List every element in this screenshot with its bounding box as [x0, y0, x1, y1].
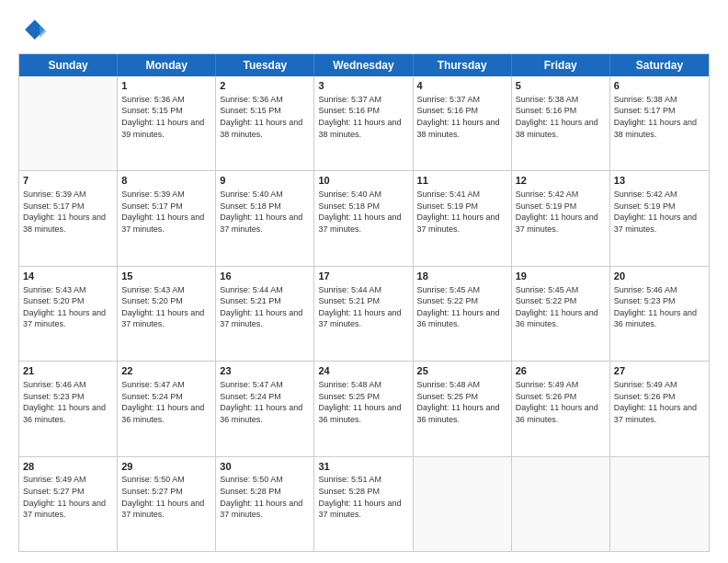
header-day-wednesday: Wednesday — [314, 54, 413, 76]
day-info: Sunrise: 5:46 AMSunset: 5:23 PMDaylight:… — [23, 379, 113, 425]
day-cell-27: 27Sunrise: 5:49 AMSunset: 5:26 PMDayligh… — [610, 362, 709, 455]
day-info: Sunrise: 5:49 AMSunset: 5:27 PMDaylight:… — [23, 474, 113, 520]
day-number: 11 — [417, 174, 507, 188]
day-cell-12: 12Sunrise: 5:42 AMSunset: 5:19 PMDayligh… — [512, 171, 610, 265]
calendar-row-2: 14Sunrise: 5:43 AMSunset: 5:20 PMDayligh… — [19, 267, 709, 362]
day-cell-1: 1Sunrise: 5:36 AMSunset: 5:15 PMDaylight… — [118, 76, 216, 170]
day-number: 24 — [318, 364, 408, 378]
day-info: Sunrise: 5:39 AMSunset: 5:17 PMDaylight:… — [121, 189, 211, 235]
day-cell-22: 22Sunrise: 5:47 AMSunset: 5:24 PMDayligh… — [118, 362, 216, 455]
logo — [18, 17, 51, 46]
day-number: 20 — [614, 270, 705, 283]
day-info: Sunrise: 5:42 AMSunset: 5:19 PMDaylight:… — [614, 189, 705, 235]
header-day-tuesday: Tuesday — [216, 54, 314, 76]
day-cell-7: 7Sunrise: 5:39 AMSunset: 5:17 PMDaylight… — [19, 171, 118, 265]
day-cell-15: 15Sunrise: 5:43 AMSunset: 5:20 PMDayligh… — [118, 267, 216, 361]
day-number: 12 — [516, 174, 606, 188]
day-number: 9 — [220, 174, 310, 188]
calendar-body: 1Sunrise: 5:36 AMSunset: 5:15 PMDaylight… — [19, 76, 709, 551]
day-cell-29: 29Sunrise: 5:50 AMSunset: 5:27 PMDayligh… — [118, 457, 216, 551]
day-number: 25 — [417, 364, 507, 378]
day-number: 18 — [417, 270, 507, 283]
day-info: Sunrise: 5:36 AMSunset: 5:15 PMDaylight:… — [121, 94, 211, 140]
day-number: 7 — [23, 174, 113, 188]
day-number: 28 — [23, 460, 113, 474]
empty-cell — [414, 457, 512, 551]
day-info: Sunrise: 5:42 AMSunset: 5:19 PMDaylight:… — [516, 189, 606, 235]
day-number: 19 — [516, 270, 606, 283]
day-number: 31 — [318, 460, 408, 474]
day-info: Sunrise: 5:40 AMSunset: 5:18 PMDaylight:… — [220, 189, 310, 235]
day-info: Sunrise: 5:40 AMSunset: 5:18 PMDaylight:… — [318, 189, 408, 235]
day-number: 14 — [23, 270, 113, 283]
day-number: 3 — [318, 79, 408, 93]
day-info: Sunrise: 5:38 AMSunset: 5:17 PMDaylight:… — [614, 94, 705, 140]
day-cell-26: 26Sunrise: 5:49 AMSunset: 5:26 PMDayligh… — [512, 362, 610, 455]
day-number: 17 — [318, 270, 408, 283]
day-number: 30 — [220, 460, 310, 474]
day-info: Sunrise: 5:50 AMSunset: 5:27 PMDaylight:… — [121, 474, 211, 520]
day-info: Sunrise: 5:37 AMSunset: 5:16 PMDaylight:… — [318, 94, 408, 140]
day-cell-24: 24Sunrise: 5:48 AMSunset: 5:25 PMDayligh… — [314, 362, 413, 455]
day-cell-9: 9Sunrise: 5:40 AMSunset: 5:18 PMDaylight… — [216, 171, 314, 265]
header-day-thursday: Thursday — [414, 54, 512, 76]
day-cell-20: 20Sunrise: 5:46 AMSunset: 5:23 PMDayligh… — [610, 267, 709, 361]
day-info: Sunrise: 5:41 AMSunset: 5:19 PMDaylight:… — [417, 189, 507, 235]
day-number: 13 — [614, 174, 705, 188]
calendar-row-1: 7Sunrise: 5:39 AMSunset: 5:17 PMDaylight… — [19, 171, 709, 266]
day-number: 6 — [614, 79, 705, 93]
day-info: Sunrise: 5:39 AMSunset: 5:17 PMDaylight:… — [23, 189, 113, 235]
day-number: 23 — [220, 364, 310, 378]
day-number: 10 — [318, 174, 408, 188]
day-cell-23: 23Sunrise: 5:47 AMSunset: 5:24 PMDayligh… — [216, 362, 314, 455]
day-info: Sunrise: 5:36 AMSunset: 5:15 PMDaylight:… — [220, 94, 310, 140]
day-info: Sunrise: 5:49 AMSunset: 5:26 PMDaylight:… — [516, 379, 606, 425]
day-cell-18: 18Sunrise: 5:45 AMSunset: 5:22 PMDayligh… — [414, 267, 512, 361]
day-cell-31: 31Sunrise: 5:51 AMSunset: 5:28 PMDayligh… — [314, 457, 413, 551]
calendar-row-0: 1Sunrise: 5:36 AMSunset: 5:15 PMDaylight… — [19, 76, 709, 171]
calendar: SundayMondayTuesdayWednesdayThursdayFrid… — [18, 53, 710, 552]
day-cell-3: 3Sunrise: 5:37 AMSunset: 5:16 PMDaylight… — [314, 76, 413, 170]
header-day-saturday: Saturday — [610, 54, 709, 76]
header-day-monday: Monday — [118, 54, 216, 76]
calendar-row-4: 28Sunrise: 5:49 AMSunset: 5:27 PMDayligh… — [19, 457, 709, 551]
day-info: Sunrise: 5:49 AMSunset: 5:26 PMDaylight:… — [614, 379, 705, 425]
day-number: 27 — [614, 364, 705, 378]
day-number: 26 — [516, 364, 606, 378]
day-cell-16: 16Sunrise: 5:44 AMSunset: 5:21 PMDayligh… — [216, 267, 314, 361]
day-cell-21: 21Sunrise: 5:46 AMSunset: 5:23 PMDayligh… — [19, 362, 118, 455]
day-cell-5: 5Sunrise: 5:38 AMSunset: 5:16 PMDaylight… — [512, 76, 610, 170]
day-info: Sunrise: 5:50 AMSunset: 5:28 PMDaylight:… — [220, 474, 310, 520]
header-day-friday: Friday — [512, 54, 610, 76]
day-number: 22 — [121, 364, 211, 378]
day-info: Sunrise: 5:46 AMSunset: 5:23 PMDaylight:… — [614, 284, 705, 330]
empty-cell — [19, 76, 118, 170]
day-info: Sunrise: 5:45 AMSunset: 5:22 PMDaylight:… — [417, 284, 507, 330]
day-info: Sunrise: 5:43 AMSunset: 5:20 PMDaylight:… — [121, 284, 211, 330]
day-cell-25: 25Sunrise: 5:48 AMSunset: 5:25 PMDayligh… — [414, 362, 512, 455]
day-info: Sunrise: 5:43 AMSunset: 5:20 PMDaylight:… — [23, 284, 113, 330]
day-info: Sunrise: 5:37 AMSunset: 5:16 PMDaylight:… — [417, 94, 507, 140]
day-cell-10: 10Sunrise: 5:40 AMSunset: 5:18 PMDayligh… — [314, 171, 413, 265]
day-info: Sunrise: 5:47 AMSunset: 5:24 PMDaylight:… — [121, 379, 211, 425]
day-info: Sunrise: 5:48 AMSunset: 5:25 PMDaylight:… — [417, 379, 507, 425]
day-info: Sunrise: 5:44 AMSunset: 5:21 PMDaylight:… — [318, 284, 408, 330]
day-number: 2 — [220, 79, 310, 93]
day-number: 5 — [516, 79, 606, 93]
day-number: 1 — [121, 79, 211, 93]
day-cell-30: 30Sunrise: 5:50 AMSunset: 5:28 PMDayligh… — [216, 457, 314, 551]
calendar-row-3: 21Sunrise: 5:46 AMSunset: 5:23 PMDayligh… — [19, 362, 709, 456]
day-number: 16 — [220, 270, 310, 283]
day-cell-11: 11Sunrise: 5:41 AMSunset: 5:19 PMDayligh… — [414, 171, 512, 265]
day-cell-19: 19Sunrise: 5:45 AMSunset: 5:22 PMDayligh… — [512, 267, 610, 361]
day-info: Sunrise: 5:47 AMSunset: 5:24 PMDaylight:… — [220, 379, 310, 425]
day-cell-13: 13Sunrise: 5:42 AMSunset: 5:19 PMDayligh… — [610, 171, 709, 265]
empty-cell — [610, 457, 709, 551]
day-cell-28: 28Sunrise: 5:49 AMSunset: 5:27 PMDayligh… — [19, 457, 118, 551]
empty-cell — [512, 457, 610, 551]
day-number: 15 — [121, 270, 211, 283]
day-cell-4: 4Sunrise: 5:37 AMSunset: 5:16 PMDaylight… — [414, 76, 512, 170]
day-info: Sunrise: 5:38 AMSunset: 5:16 PMDaylight:… — [516, 94, 606, 140]
day-info: Sunrise: 5:45 AMSunset: 5:22 PMDaylight:… — [516, 284, 606, 330]
header-day-sunday: Sunday — [19, 54, 118, 76]
